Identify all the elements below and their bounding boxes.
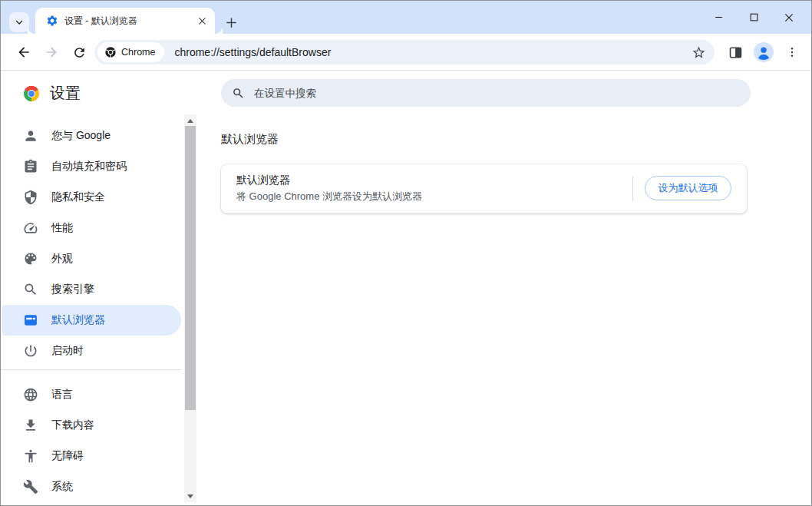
card-title: 默认浏览器: [236, 174, 290, 187]
section-title: 默认浏览器: [221, 132, 279, 147]
sidebar-item-label: 默认浏览器: [51, 313, 105, 327]
download-icon: [21, 416, 40, 435]
scrollbar-up-arrow[interactable]: [184, 115, 196, 126]
sidebar-item-wrench[interactable]: 系统: [1, 471, 181, 502]
speedometer-icon: [21, 219, 40, 237]
window-controls: [701, 1, 807, 34]
sidebar-item-autofill[interactable]: 自动填充和密码: [1, 151, 181, 182]
bookmark-star-button[interactable]: [690, 44, 707, 61]
palette-icon: [21, 250, 40, 268]
browser-toolbar: Chrome chrome://settings/defaultBrowser: [1, 34, 811, 71]
browser-menu-button[interactable]: [781, 41, 803, 63]
settings-header: 设置: [1, 71, 811, 114]
make-default-button[interactable]: 设为默认选项: [645, 176, 731, 200]
card-divider: [632, 176, 633, 201]
browser-icon: [21, 311, 40, 329]
shield-icon: [21, 188, 40, 207]
accessibility-icon: [21, 447, 40, 465]
sidebar-divider: [1, 369, 181, 370]
settings-brand: 设置: [22, 83, 81, 104]
default-browser-card: 默认浏览器 将 Google Chrome 浏览器设为默认浏览器 设为默认选项: [221, 164, 747, 213]
back-button[interactable]: [13, 41, 35, 63]
card-subtitle: 将 Google Chrome 浏览器设为默认浏览器: [236, 190, 422, 203]
content-scrollbar[interactable]: [184, 114, 196, 502]
side-panel-button[interactable]: [725, 41, 746, 63]
sidebar-item-person[interactable]: 您与 Google: [1, 121, 181, 151]
sidebar-item-download[interactable]: 下载内容: [1, 410, 181, 441]
sidebar-item-power[interactable]: 启动时: [1, 336, 181, 366]
sidebar-item-globe[interactable]: 语言: [1, 379, 181, 410]
sidebar-item-palette[interactable]: 外观: [1, 243, 181, 274]
tab-settings[interactable]: 设置 - 默认浏览器: [35, 8, 215, 34]
search-icon: [21, 280, 40, 299]
chevron-down-icon: [15, 18, 24, 27]
scrollbar-thumb[interactable]: [185, 126, 196, 410]
person-icon: [21, 127, 40, 145]
maximize-icon: [749, 12, 759, 22]
scrollbar-down-arrow[interactable]: [184, 491, 196, 501]
avatar-icon: [754, 42, 774, 62]
settings-search-input[interactable]: [253, 87, 713, 100]
side-panel-icon: [728, 45, 743, 60]
gear-favicon-icon: [46, 15, 58, 27]
forward-arrow-icon: [44, 45, 59, 60]
three-dot-menu-icon: [786, 46, 798, 58]
sidebar-item-label: 您与 Google: [51, 129, 111, 143]
sidebar-item-label: 搜索引擎: [51, 283, 94, 296]
globe-icon: [21, 385, 40, 404]
site-info-chip[interactable]: Chrome: [97, 42, 164, 62]
sidebar-item-label: 隐私和安全: [51, 190, 105, 204]
new-tab-button[interactable]: [222, 13, 240, 31]
sidebar-item-label: 语言: [51, 388, 73, 402]
autofill-icon: [21, 157, 40, 176]
tab-close-icon[interactable]: [195, 14, 209, 28]
sidebar-item-label: 下载内容: [51, 418, 94, 432]
sidebar-item-search[interactable]: 搜索引擎: [1, 274, 181, 305]
chrome-mono-icon: [104, 46, 117, 58]
reload-button[interactable]: [68, 41, 90, 63]
sidebar-item-speedometer[interactable]: 性能: [1, 213, 181, 243]
forward-button[interactable]: [41, 41, 62, 63]
url-text[interactable]: chrome://settings/defaultBrowser: [174, 46, 331, 58]
star-icon: [692, 45, 706, 60]
sidebar-item-accessibility[interactable]: 无障碍: [1, 441, 181, 471]
tab-title: 设置 - 默认浏览器: [64, 15, 195, 28]
omnibox[interactable]: Chrome chrome://settings/defaultBrowser: [94, 40, 715, 64]
settings-page-title: 设置: [50, 83, 81, 104]
reload-icon: [72, 45, 87, 60]
maximize-button[interactable]: [736, 1, 771, 34]
sidebar-item-shield[interactable]: 隐私和安全: [1, 182, 181, 213]
chip-label: Chrome: [121, 47, 155, 58]
sidebar-item-label: 启动时: [51, 344, 84, 358]
wrench-icon: [21, 478, 40, 496]
sidebar-item-label: 性能: [51, 221, 73, 235]
settings-search-bar[interactable]: [221, 79, 751, 107]
sidebar-item-label: 外观: [51, 252, 73, 266]
minimize-button[interactable]: [701, 1, 736, 34]
close-icon: [784, 12, 794, 23]
sidebar-item-label: 自动填充和密码: [51, 160, 127, 174]
settings-sidebar: 您与 Google自动填充和密码隐私和安全性能外观搜索引擎默认浏览器启动时语言下…: [1, 114, 181, 502]
search-icon: [232, 87, 245, 100]
close-window-button[interactable]: [771, 1, 807, 34]
power-icon: [21, 342, 40, 360]
tab-strip: 设置 - 默认浏览器: [1, 1, 811, 34]
tab-search-button[interactable]: [9, 12, 29, 32]
sidebar-item-browser[interactable]: 默认浏览器: [2, 305, 181, 336]
sidebar-item-label: 系统: [51, 480, 73, 494]
minimize-icon: [714, 12, 724, 22]
profile-avatar-button[interactable]: [753, 41, 774, 63]
browser-window: 设置 - 默认浏览器: [0, 0, 812, 506]
sidebar-item-label: 无障碍: [51, 449, 84, 463]
chrome-logo-icon: [22, 84, 41, 103]
back-arrow-icon: [16, 45, 31, 60]
